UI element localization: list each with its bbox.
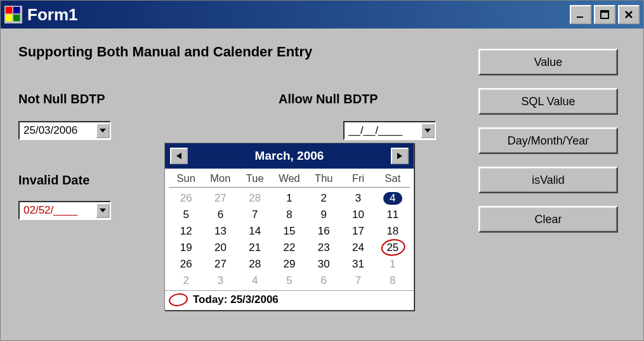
calendar-day-header: Fri xyxy=(341,171,375,188)
calendar-day-header: Thu xyxy=(306,171,341,188)
calendar-day[interactable]: 29 xyxy=(272,256,306,273)
svg-rect-2 xyxy=(13,7,20,14)
calendar-day[interactable]: 13 xyxy=(203,223,237,240)
calendar-day[interactable]: 6 xyxy=(306,273,341,289)
maximize-button[interactable] xyxy=(594,5,615,24)
dropdown-icon[interactable] xyxy=(421,123,435,138)
day-month-year-button[interactable]: Day/Month/Year xyxy=(478,127,618,154)
allow-null-date-picker[interactable] xyxy=(343,121,436,140)
calendar-day[interactable]: 21 xyxy=(238,240,272,256)
calendar-day[interactable]: 26 xyxy=(169,190,203,207)
calendar-day[interactable]: 17 xyxy=(341,223,375,240)
calendar-day[interactable]: 5 xyxy=(272,273,306,289)
calendar-day[interactable]: 5 xyxy=(169,207,203,223)
next-month-button[interactable] xyxy=(391,148,409,164)
calendar-day[interactable]: 6 xyxy=(203,207,237,223)
calendar-day[interactable]: 1 xyxy=(376,256,410,273)
calendar-day[interactable]: 3 xyxy=(341,190,375,207)
client-area: Supporting Both Manual and Calender Entr… xyxy=(1,29,643,340)
calendar-day[interactable]: 9 xyxy=(306,207,341,223)
svg-marker-12 xyxy=(100,209,106,212)
calendar-day[interactable]: 11 xyxy=(376,207,410,223)
titlebar: Form1 xyxy=(1,1,643,29)
calendar-day[interactable]: 14 xyxy=(238,223,272,240)
calendar-day[interactable]: 22 xyxy=(272,240,306,256)
calendar-day[interactable]: 24 xyxy=(341,240,375,256)
not-null-date-picker[interactable] xyxy=(18,121,111,140)
calendar-day[interactable]: 30 xyxy=(306,256,341,273)
calendar-day-header: Sun xyxy=(169,171,203,188)
svg-marker-14 xyxy=(397,153,402,159)
calendar-day[interactable]: 27 xyxy=(203,256,237,273)
calendar-grid: SunMonTueWedThuFriSat2627281234567891011… xyxy=(165,169,414,290)
calendar-day[interactable]: 12 xyxy=(169,223,203,240)
calendar-day[interactable]: 1 xyxy=(272,190,306,207)
form-window: Form1 Supporting Both Manual and Calende… xyxy=(0,0,644,341)
month-calendar: March, 2006 SunMonTueWedThuFriSat2627281… xyxy=(164,143,414,311)
calendar-day[interactable]: 18 xyxy=(376,223,410,240)
calendar-footer[interactable]: Today: 25/3/2006 xyxy=(165,290,414,310)
calendar-day-header: Wed xyxy=(272,171,306,188)
calendar-day-header: Tue xyxy=(238,171,272,188)
app-icon xyxy=(4,6,22,23)
label-invalid: Invalid Date xyxy=(18,173,89,188)
calendar-day-header: Mon xyxy=(203,171,237,188)
calendar-day[interactable]: 15 xyxy=(272,223,306,240)
calendar-day[interactable]: 7 xyxy=(238,207,272,223)
calendar-day[interactable]: 20 xyxy=(203,240,237,256)
button-column: Value SQL Value Day/Month/Year isValid C… xyxy=(478,49,618,233)
calendar-day[interactable]: 3 xyxy=(203,273,237,289)
calendar-day[interactable]: 25 xyxy=(376,240,410,256)
calendar-day[interactable]: 31 xyxy=(341,256,375,273)
clear-button[interactable]: Clear xyxy=(478,206,618,233)
svg-rect-3 xyxy=(6,15,13,22)
calendar-day[interactable]: 10 xyxy=(341,207,375,223)
minimize-button[interactable] xyxy=(570,5,591,24)
svg-rect-1 xyxy=(6,7,13,14)
dropdown-icon[interactable] xyxy=(96,203,110,218)
value-button[interactable]: Value xyxy=(478,49,618,75)
svg-rect-5 xyxy=(577,16,583,18)
calendar-day[interactable]: 7 xyxy=(341,273,375,289)
calendar-day[interactable]: 2 xyxy=(306,190,341,207)
calendar-day[interactable]: 28 xyxy=(238,256,272,273)
calendar-day-header: Sat xyxy=(376,171,410,188)
svg-rect-7 xyxy=(601,11,608,13)
dropdown-icon[interactable] xyxy=(96,123,110,138)
is-valid-button[interactable]: isValid xyxy=(478,167,618,193)
svg-rect-4 xyxy=(13,15,20,22)
calendar-day[interactable]: 8 xyxy=(272,207,306,223)
calendar-header: March, 2006 xyxy=(165,143,414,169)
prev-month-button[interactable] xyxy=(170,148,188,164)
svg-marker-11 xyxy=(424,129,431,132)
calendar-day[interactable]: 4 xyxy=(376,190,410,207)
calendar-day[interactable]: 19 xyxy=(169,240,203,256)
sql-value-button[interactable]: SQL Value xyxy=(478,88,618,115)
label-not-null: Not Null BDTP xyxy=(18,92,105,106)
allow-null-date-input[interactable] xyxy=(348,124,418,137)
window-title: Form1 xyxy=(27,5,77,25)
svg-marker-13 xyxy=(176,153,181,159)
today-label: Today: 25/3/2006 xyxy=(193,293,279,306)
calendar-day[interactable]: 26 xyxy=(169,256,203,273)
close-button[interactable] xyxy=(618,5,640,24)
calendar-day[interactable]: 8 xyxy=(376,273,410,289)
today-ring-icon xyxy=(168,292,188,308)
calendar-day[interactable]: 16 xyxy=(306,223,341,240)
invalid-date-picker[interactable] xyxy=(18,201,111,220)
calendar-day[interactable]: 2 xyxy=(169,273,203,289)
invalid-date-input[interactable] xyxy=(23,204,93,217)
calendar-day[interactable]: 27 xyxy=(203,190,237,207)
calendar-day[interactable]: 23 xyxy=(306,240,341,256)
svg-marker-10 xyxy=(100,129,106,132)
label-allow-null: Allow Null BDTP xyxy=(279,92,378,106)
calendar-title: March, 2006 xyxy=(188,149,391,163)
calendar-day[interactable]: 28 xyxy=(238,190,272,207)
not-null-date-input[interactable] xyxy=(23,124,93,137)
calendar-day[interactable]: 4 xyxy=(238,273,272,289)
